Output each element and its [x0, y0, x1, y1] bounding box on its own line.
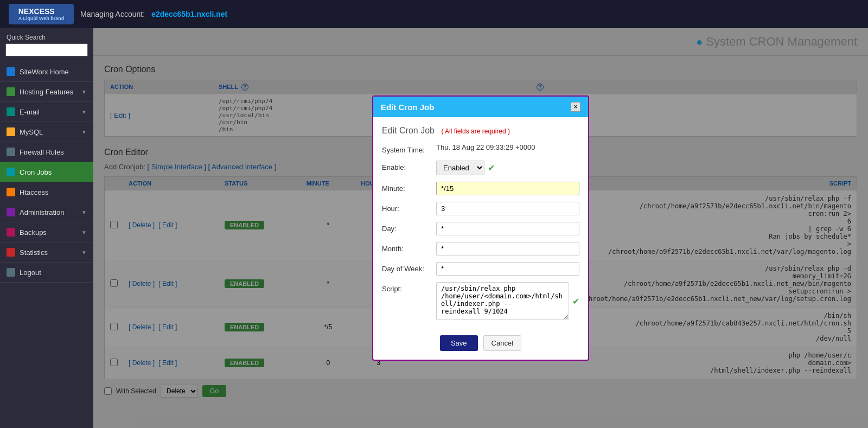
sidebar-icon-mysql: [7, 127, 15, 136]
modal-close-button[interactable]: ×: [571, 102, 580, 112]
sidebar-item-htaccess[interactable]: Htaccess: [0, 182, 93, 202]
script-check-icon: ✔: [572, 296, 579, 306]
sidebar-item-left: E-mail: [7, 107, 40, 116]
sidebar-label-cron-jobs: Cron Jobs: [20, 168, 52, 176]
sidebar-label-hosting-features: Hosting Features: [20, 88, 73, 96]
enable-field-row: Enabled Disabled ✔: [436, 161, 579, 175]
sidebar-icon-statistics: [7, 248, 15, 257]
modal-overlay: Edit Cron Job × Edit Cron Job ( All fiel…: [93, 28, 868, 428]
hour-label: Hour:: [382, 202, 431, 213]
modal-body: Edit Cron Job ( All fields are required …: [373, 117, 588, 335]
sidebar-label-mysql: MySQL: [20, 128, 43, 136]
hour-row: Hour:: [382, 202, 579, 215]
sidebar-item-hosting-features[interactable]: Hosting Features ▼: [0, 82, 93, 102]
sidebar-arrow-mysql: ▼: [81, 129, 87, 135]
sidebar-item-statistics[interactable]: Statistics ▼: [0, 242, 93, 263]
sidebar-item-left: Backups: [7, 228, 47, 237]
sidebar-icon-firewall-rules: [7, 148, 15, 156]
account-name: e2decc65b1.nxcli.net: [151, 10, 227, 18]
logo-sub: A Liquid Web brand: [18, 16, 65, 21]
script-field-row: ✔: [436, 282, 579, 320]
sidebar-item-left: Htaccess: [7, 188, 48, 196]
enable-label: Enable:: [382, 161, 431, 171]
required-text: ( All fields are required ): [441, 127, 510, 135]
minute-row: Minute:: [382, 182, 579, 195]
quick-search-label: Quick Search: [0, 28, 93, 43]
sidebar-label-administration: Administration: [20, 208, 64, 216]
modal-header: Edit Cron Job ×: [373, 97, 588, 117]
sidebar-arrow-email: ▼: [81, 109, 87, 115]
system-time-label: System Time:: [382, 143, 431, 154]
day-row: Day:: [382, 222, 579, 235]
sidebar-icon-administration: [7, 208, 15, 216]
enable-select[interactable]: Enabled Disabled: [436, 161, 484, 175]
minute-label: Minute:: [382, 182, 431, 193]
day-input[interactable]: [436, 222, 579, 235]
hour-input[interactable]: [436, 202, 579, 215]
sidebar-item-email[interactable]: E-mail ▼: [0, 102, 93, 122]
enable-row: Enable: Enabled Disabled ✔: [382, 161, 579, 175]
sidebar-item-firewall-rules[interactable]: Firewall Rules: [0, 142, 93, 162]
day-label: Day:: [382, 222, 431, 233]
header: NEXCESS A Liquid Web brand Managing Acco…: [0, 0, 868, 28]
sidebar-item-left: Statistics: [7, 248, 48, 257]
sidebar-arrow-hosting-features: ▼: [81, 89, 87, 95]
system-time-row: System Time: Thu. 18 Aug 22 09:33:29 +00…: [382, 143, 579, 154]
sidebar-item-administration[interactable]: Administration ▼: [0, 202, 93, 222]
quick-search-input[interactable]: [5, 43, 88, 56]
logo: NEXCESS A Liquid Web brand: [9, 4, 74, 24]
sidebar-item-left: Hosting Features: [7, 87, 73, 96]
script-label: Script:: [382, 282, 431, 293]
script-row: Script: ✔: [382, 282, 579, 320]
day-of-week-label: Day of Week:: [382, 262, 431, 273]
sidebar-item-left: Administration: [7, 208, 64, 216]
month-row: Month:: [382, 242, 579, 255]
modal-title: Edit Cron Job: [381, 103, 434, 112]
sidebar-item-left: SiteWorx Home: [7, 67, 69, 76]
modal-subtitle: Edit Cron Job ( All fields are required …: [382, 126, 579, 136]
sidebar-icon-cron-jobs: [7, 168, 15, 176]
layout: Quick Search SiteWorx Home Hosting Featu…: [0, 28, 868, 428]
sidebar-item-cron-jobs[interactable]: Cron Jobs: [0, 162, 93, 182]
modal-footer: Save Cancel: [373, 335, 588, 360]
main-content: ● System CRON Management Cron Options AC…: [93, 28, 868, 428]
sidebar-arrow-statistics: ▼: [81, 250, 87, 255]
sidebar-icon-htaccess: [7, 188, 15, 196]
minute-input[interactable]: [436, 182, 579, 195]
edit-cron-modal: Edit Cron Job × Edit Cron Job ( All fiel…: [372, 95, 589, 361]
sidebar-item-siteworx-home[interactable]: SiteWorx Home: [0, 62, 93, 82]
sidebar-item-left: Cron Jobs: [7, 168, 52, 176]
sidebar-item-left: MySQL: [7, 127, 43, 136]
sidebar-icon-backups: [7, 228, 15, 237]
day-of-week-input[interactable]: [436, 262, 579, 276]
save-button[interactable]: Save: [440, 335, 478, 351]
sidebar-label-statistics: Statistics: [20, 248, 48, 257]
sidebar: Quick Search SiteWorx Home Hosting Featu…: [0, 28, 93, 428]
sidebar-item-left: Logout: [7, 268, 41, 277]
sidebar-label-logout: Logout: [20, 269, 41, 277]
sidebar-icon-email: [7, 107, 15, 116]
sidebar-label-siteworx-home: SiteWorx Home: [20, 68, 69, 76]
sidebar-item-logout[interactable]: Logout: [0, 263, 93, 283]
system-time-value: Thu. 18 Aug 22 09:33:29 +0000: [436, 143, 535, 151]
cancel-button[interactable]: Cancel: [483, 335, 521, 351]
sidebar-label-htaccess: Htaccess: [20, 188, 48, 196]
sidebar-arrow-backups: ▼: [81, 229, 87, 235]
sidebar-item-mysql[interactable]: MySQL ▼: [0, 122, 93, 142]
sidebar-item-backups[interactable]: Backups ▼: [0, 222, 93, 242]
day-of-week-row: Day of Week:: [382, 262, 579, 276]
managing-label: Managing Account:: [80, 10, 145, 18]
logo-text: NEXCESS: [18, 7, 55, 16]
sidebar-label-email: E-mail: [20, 108, 40, 116]
sidebar-label-firewall-rules: Firewall Rules: [20, 148, 64, 156]
enable-check-icon: ✔: [488, 163, 495, 173]
sidebar-label-backups: Backups: [20, 228, 47, 237]
sidebar-icon-hosting-features: [7, 87, 15, 96]
sidebar-icon-logout: [7, 268, 15, 277]
sidebar-icon-siteworx-home: [7, 67, 15, 76]
sidebar-arrow-administration: ▼: [81, 209, 87, 215]
sidebar-item-left: Firewall Rules: [7, 148, 64, 156]
month-input[interactable]: [436, 242, 579, 255]
script-textarea[interactable]: [436, 282, 569, 320]
month-label: Month:: [382, 242, 431, 253]
